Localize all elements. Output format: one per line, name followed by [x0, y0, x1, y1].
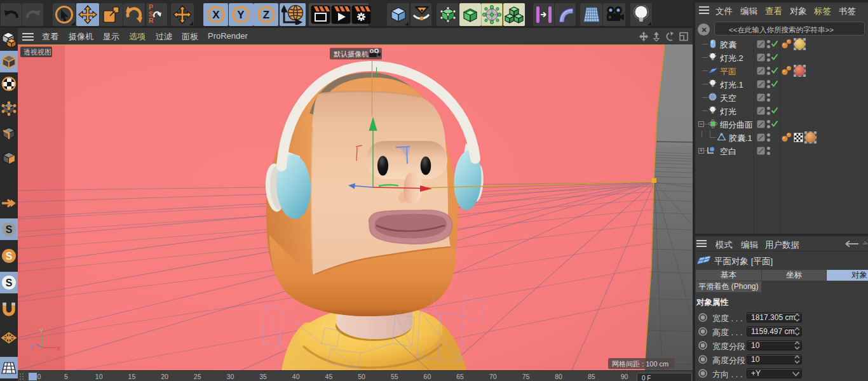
svg-text:透视视图: 透视视图 — [24, 48, 51, 56]
svg-text:S: S — [6, 277, 13, 288]
svg-text:Y: Y — [237, 9, 245, 21]
svg-text:默认摄像机: 默认摄像机 — [334, 50, 369, 58]
svg-text:X: X — [212, 9, 220, 21]
svg-text:X: X — [57, 345, 61, 352]
svg-text:Y: Y — [39, 327, 44, 334]
svg-text:Z: Z — [30, 343, 34, 350]
svg-text:S: S — [6, 224, 13, 235]
svg-text:S: S — [6, 251, 13, 262]
svg-text:Z: Z — [262, 9, 269, 21]
svg-text:网格间距 : 100 cm: 网格间距 : 100 cm — [612, 360, 668, 368]
